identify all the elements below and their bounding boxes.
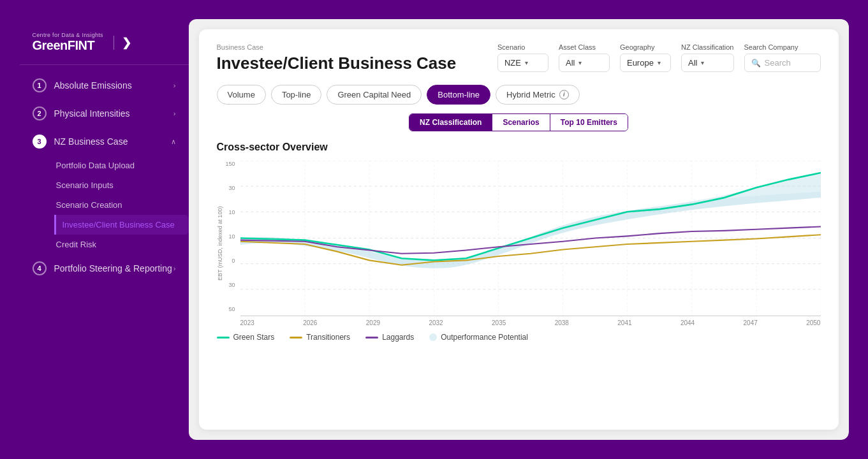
chevron-up-icon-3: ∧ [171, 138, 176, 146]
asset-class-filter-label: Asset Class [559, 43, 610, 51]
y-label-n10: 0 [226, 258, 235, 264]
scenario-filter-label: Scenario [497, 43, 548, 51]
chevron-right-icon-2: › [173, 110, 176, 117]
chart-container: EBT (mUSD, indexed at 100) 150 30 10 10 … [217, 161, 821, 326]
nz-classification-value: All [688, 58, 697, 68]
y-label-n50: 50 [226, 306, 235, 312]
x-label-2026: 2026 [303, 319, 317, 326]
sidebar-label-1: Absolute Emissions [54, 80, 173, 91]
chart-inner [240, 161, 821, 316]
y-axis-title: EBT (mUSD, indexed at 100) [217, 161, 223, 326]
nav-subitems-group: Portfolio Data Upload Scenario Inputs Sc… [20, 156, 189, 254]
sidebar-subitem-credit-risk[interactable]: Credit Risk [54, 235, 189, 254]
y-label-0: 10 [226, 233, 235, 240]
y-label-10: 10 [226, 209, 235, 215]
sidebar-subitem-scenario-creation[interactable]: Scenario Creation [54, 195, 189, 215]
tab-hybrid-metric[interactable]: Hybrid Metric i [496, 85, 580, 105]
legend-color-laggards [365, 337, 378, 339]
nz-classification-filter-group: NZ Classification All ▾ [681, 43, 734, 72]
logo-subtitle: Centre for Data & Insights [33, 32, 103, 38]
logo-area: Centre for Data & Insights GreenFINT ❯ [20, 26, 189, 65]
x-label-2023: 2023 [240, 319, 254, 326]
sidebar-label-3: NZ Business Case [54, 136, 171, 147]
sidebar-subitem-portfolio-data-upload[interactable]: Portfolio Data Upload [54, 156, 189, 175]
segment-scenarios[interactable]: Scenarios [492, 114, 549, 131]
subitem-label-investee-client: Investee/Client Business Case [63, 220, 175, 229]
subitem-label-scenario-creation: Scenario Creation [56, 200, 122, 210]
x-label-2038: 2038 [555, 319, 569, 326]
nz-classification-filter-label: NZ Classification [681, 43, 734, 51]
chevron-down-icon-geography: ▾ [658, 59, 661, 66]
y-label-n30: 30 [226, 282, 235, 288]
sidebar-subitem-investee-client[interactable]: Investee/Client Business Case [54, 215, 189, 235]
chevron-right-icon-1: › [173, 82, 176, 89]
chevron-down-icon-scenario: ▾ [525, 59, 528, 66]
tab-bottom-line[interactable]: Bottom-line [427, 85, 490, 105]
legend-label-green-stars: Green Stars [233, 333, 275, 342]
scenario-filter-group: Scenario NZE ▾ [497, 43, 548, 72]
nz-classification-dropdown[interactable]: All ▾ [681, 54, 734, 72]
sidebar-item-physical-intensities[interactable]: 2 Physical Intensities › [20, 99, 189, 127]
y-axis: 150 30 10 10 0 30 50 [226, 161, 240, 326]
geography-filter-label: Geography [620, 43, 671, 51]
chart-plot-area: 2023 2026 2029 2032 2035 2038 2041 2044 … [240, 161, 821, 326]
sidebar-item-absolute-emissions[interactable]: 1 Absolute Emissions › [20, 71, 189, 99]
chart-title: Cross-sector Overview [217, 142, 821, 153]
legend-label-transitioners: Transitioners [306, 333, 350, 342]
x-label-2044: 2044 [680, 319, 695, 326]
segment-nz-classification[interactable]: NZ Classification [409, 114, 492, 131]
chevron-right-icon-4: › [173, 265, 176, 272]
info-icon: i [559, 90, 569, 99]
nav-num-1: 1 [33, 78, 47, 92]
legend-transitioners: Transitioners [290, 333, 350, 342]
legend-outperformance: Outperformance Potential [429, 333, 528, 342]
main-content: Business Case Investee/Client Business C… [189, 19, 849, 440]
search-company-label: Search Company [744, 43, 821, 51]
chart-section: Cross-sector Overview EBT (mUSD, indexed… [217, 142, 821, 416]
chart-legend: Green Stars Transitioners Laggards Outpe… [217, 333, 821, 342]
tab-volume[interactable]: Volume [217, 85, 266, 105]
sidebar-item-nz-business-case[interactable]: 3 NZ Business Case ∧ [20, 127, 189, 156]
chart-svg [240, 161, 821, 316]
legend-label-laggards: Laggards [382, 333, 414, 342]
sidebar: Centre for Data & Insights GreenFINT ❯ 1… [20, 19, 189, 440]
sidebar-item-portfolio-steering[interactable]: 4 Portfolio Steering & Reporting › [20, 254, 189, 282]
x-axis: 2023 2026 2029 2032 2035 2038 2041 2044 … [240, 316, 821, 326]
scenario-value: NZE [504, 58, 521, 68]
geography-value: Europe [627, 58, 654, 68]
asset-class-dropdown[interactable]: All ▾ [559, 54, 610, 72]
search-company-box[interactable]: 🔍 Search [744, 54, 821, 72]
legend-color-transitioners [290, 337, 302, 339]
card-header: Business Case Investee/Client Business C… [217, 43, 821, 73]
breadcrumb: Business Case [217, 43, 497, 51]
tab-top-line[interactable]: Top-line [271, 85, 322, 105]
asset-class-filter-group: Asset Class All ▾ [559, 43, 610, 72]
y-label-150: 150 [226, 161, 235, 167]
segment-top-10-emitters[interactable]: Top 10 Emitters [550, 114, 628, 131]
legend-green-stars: Green Stars [217, 333, 275, 342]
search-icon: 🔍 [751, 59, 761, 68]
chevron-down-icon-asset: ▾ [578, 59, 582, 66]
y-label-30: 30 [226, 185, 235, 191]
segment-row: NZ Classification Scenarios Top 10 Emitt… [217, 113, 821, 131]
x-label-2050: 2050 [806, 319, 820, 326]
x-label-2041: 2041 [617, 319, 631, 326]
nav-num-3: 3 [33, 135, 47, 149]
legend-laggards: Laggards [365, 333, 414, 342]
logo-arrow-icon: ❯ [114, 36, 131, 50]
legend-label-outperformance: Outperformance Potential [441, 333, 528, 342]
geography-filter-group: Geography Europe ▾ [620, 43, 671, 72]
tab-hybrid-metric-label: Hybrid Metric [506, 90, 555, 99]
x-label-2035: 2035 [492, 319, 506, 326]
subitem-label-credit-risk: Credit Risk [56, 240, 97, 249]
segment-control: NZ Classification Scenarios Top 10 Emitt… [409, 113, 628, 131]
x-label-2047: 2047 [744, 319, 758, 326]
geography-dropdown[interactable]: Europe ▾ [620, 54, 671, 72]
tab-green-capital-need[interactable]: Green Capital Need [327, 85, 422, 105]
legend-color-green-stars [217, 337, 230, 339]
scenario-dropdown[interactable]: NZE ▾ [497, 54, 548, 72]
subitem-label-scenario-inputs: Scenario Inputs [56, 180, 114, 190]
nav-num-2: 2 [33, 106, 47, 120]
logo-title: GreenFINT [33, 38, 103, 53]
sidebar-subitem-scenario-inputs[interactable]: Scenario Inputs [54, 175, 189, 195]
